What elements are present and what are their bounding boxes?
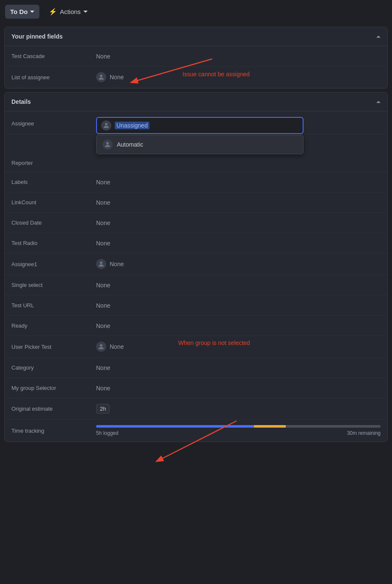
time-remaining-label: 30m remaining: [347, 430, 381, 436]
bar-remaining: [286, 425, 381, 428]
field-value-test-url[interactable]: None: [96, 302, 381, 309]
avatar-icon-assignee: [101, 120, 111, 131]
annotation-when-group-not-selected: When group is not selected: [178, 339, 250, 346]
field-value-test-cascade[interactable]: None: [96, 53, 381, 60]
field-row-list-of-assignee: List of assignee None Issue cannot be as…: [5, 67, 387, 88]
field-label-test-radio: Test Radio: [11, 240, 96, 246]
avatar-icon-user-picker: [96, 342, 106, 352]
field-label-list-of-assignee: List of assignee: [11, 74, 96, 81]
field-value-assignee1[interactable]: None: [96, 259, 381, 269]
field-row-user-picker-test: User Picker Test None When group is not …: [5, 336, 387, 358]
field-row-category: Category None: [5, 358, 387, 378]
details-header: Details: [5, 92, 387, 111]
field-row-ready: Ready None: [5, 316, 387, 336]
assignee1-none: None: [110, 261, 124, 267]
user-silhouette-icon-picker: [97, 343, 105, 350]
time-tracking-labels: 5h logged 30m remaining: [96, 430, 381, 436]
field-row-test-url: Test URL None: [5, 295, 387, 316]
todo-label: To Do: [10, 8, 28, 15]
field-label-my-group-selector: My group Selector: [11, 385, 96, 391]
field-label-reporter: Reporter: [11, 160, 96, 166]
field-value-test-radio[interactable]: None: [96, 240, 381, 247]
field-label-ready: Ready: [11, 323, 96, 329]
field-label-assignee: Assignee: [11, 117, 96, 127]
field-label-assignee1: Assignee1: [11, 261, 96, 267]
field-row-assignee1: Assignee1 None: [5, 253, 387, 275]
pinned-fields-title: Your pinned fields: [11, 33, 63, 40]
field-value-single-select[interactable]: None: [96, 282, 381, 289]
field-row-single-select: Single select None: [5, 275, 387, 295]
annotation-issue-cannot-be-assigned: Issue cannot be assigned: [182, 71, 250, 78]
field-label-test-cascade: Test Cascade: [11, 53, 96, 59]
field-row-test-cascade: Test Cascade None: [5, 46, 387, 67]
assignee-selected-value: Unassigned: [115, 122, 149, 129]
field-value-ready[interactable]: None: [96, 323, 381, 329]
field-label-user-picker-test: User Picker Test: [11, 344, 96, 350]
lightning-icon: ⚡: [49, 8, 57, 16]
field-label-test-url: Test URL: [11, 302, 96, 309]
user-picker-none: None: [110, 343, 124, 350]
user-silhouette-icon: [97, 73, 105, 81]
field-label-linkcount: LinkCount: [11, 199, 96, 206]
bar-in-progress: [254, 425, 286, 428]
field-label-labels: Labels: [11, 179, 96, 185]
pinned-fields-header: Your pinned fields: [5, 27, 387, 46]
field-row-closed-date: Closed Date None: [5, 213, 387, 233]
field-row-assignee: Assignee Unassigned: [5, 111, 387, 134]
actions-button[interactable]: ⚡ Actions: [44, 4, 91, 19]
svg-point-4: [106, 142, 109, 145]
field-label-original-estimate: Original estimate: [11, 406, 96, 412]
actions-label: Actions: [60, 8, 80, 15]
field-value-my-group-selector[interactable]: None: [96, 385, 381, 392]
field-row-original-estimate: Original estimate 2h: [5, 398, 387, 420]
header: To Do ⚡ Actions: [0, 0, 392, 23]
estimate-value: 2h: [96, 404, 110, 414]
details-title: Details: [11, 98, 31, 105]
field-value-category[interactable]: None: [96, 364, 381, 371]
field-value-linkcount[interactable]: None: [96, 199, 381, 206]
field-label-closed-date: Closed Date: [11, 220, 96, 226]
svg-point-5: [100, 261, 102, 264]
user-silhouette-icon-automatic: [104, 141, 111, 148]
avatar-icon-list-assignee: [96, 72, 106, 82]
avatar-icon-assignee1: [96, 259, 106, 269]
field-label-category: Category: [11, 364, 96, 371]
bar-logged: [96, 425, 254, 428]
user-silhouette-icon-assignee1: [97, 260, 105, 268]
field-row-test-radio: Test Radio None: [5, 233, 387, 253]
time-tracking-content: 5h logged 30m remaining: [96, 425, 381, 436]
assignee-dropdown-menu: Automatic: [96, 135, 304, 154]
actions-chevron-icon: [83, 11, 88, 13]
field-label-time-tracking: Time tracking: [11, 428, 96, 434]
field-label-single-select: Single select: [11, 282, 96, 288]
details-collapse-icon[interactable]: [376, 101, 381, 103]
field-row-time-tracking: Time tracking 5h logged 30m remaining: [5, 420, 387, 442]
svg-point-0: [100, 75, 102, 77]
field-row-my-group-selector: My group Selector None: [5, 378, 387, 398]
field-row-linkcount: LinkCount None: [5, 192, 387, 213]
time-logged-label: 5h logged: [96, 430, 119, 436]
pinned-fields-collapse-icon[interactable]: [376, 36, 381, 38]
avatar-icon-automatic: [102, 139, 113, 150]
svg-point-3: [105, 123, 108, 125]
dropdown-item-automatic-label: Automatic: [117, 141, 143, 148]
todo-button[interactable]: To Do: [5, 5, 39, 19]
dropdown-item-automatic[interactable]: Automatic: [97, 135, 303, 154]
todo-chevron-icon: [30, 11, 34, 13]
pinned-fields-card: Your pinned fields Test Cascade None Lis…: [4, 27, 388, 89]
details-card: Details Assignee Unassigned: [4, 92, 388, 442]
assignee-input[interactable]: Unassigned: [96, 117, 304, 134]
user-silhouette-icon-assignee: [102, 122, 110, 129]
field-value-closed-date[interactable]: None: [96, 220, 381, 226]
field-value-original-estimate[interactable]: 2h: [96, 404, 381, 414]
field-row-labels: Labels None: [5, 172, 387, 192]
field-value-time-tracking[interactable]: 5h logged 30m remaining: [96, 425, 381, 436]
time-tracking-bar: [96, 425, 381, 428]
list-assignee-value: None: [110, 74, 124, 81]
field-value-labels[interactable]: None: [96, 179, 381, 186]
svg-point-6: [100, 344, 102, 347]
assignee-dropdown-container: Unassigned Automatic: [96, 117, 304, 134]
